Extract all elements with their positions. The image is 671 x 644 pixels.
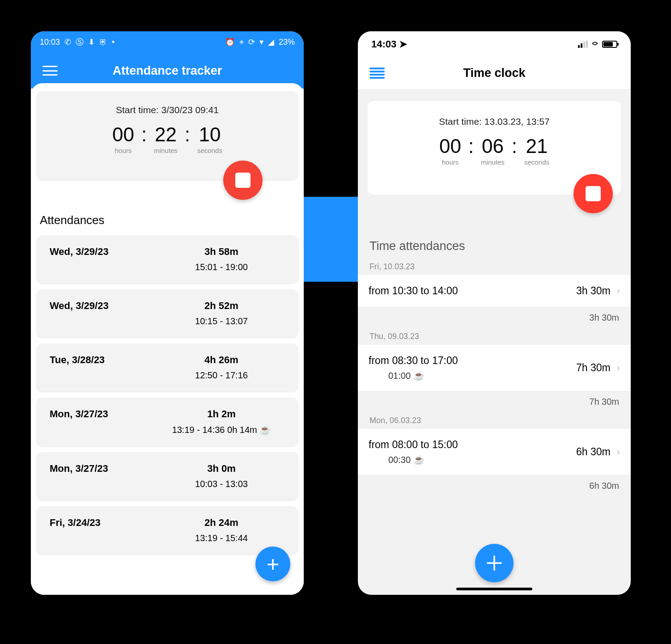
location-icon: ⌖ (239, 38, 244, 47)
menu-button[interactable] (369, 68, 385, 79)
android-status-bar: 10:03 ✆ Ⓢ ⬇ ⛨ • ⏰ ⌖ ⟳ ▾ ◢ 23% (31, 31, 304, 53)
ios-header: Time clock (358, 57, 631, 89)
attendance-range: from 08:30 to 17:00 (369, 355, 576, 367)
location-arrow-icon: ➤ (399, 38, 407, 50)
timer-seconds: 10 (199, 123, 221, 146)
attendance-date: Fri, 3/24/23 (50, 517, 158, 529)
attendance-date: Wed, 3/29/23 (50, 246, 158, 258)
dot-icon: • (112, 38, 115, 47)
stop-icon (586, 186, 601, 201)
timer-card: Start time: 3/30/23 09:41 00hours : 22mi… (36, 91, 298, 181)
group-date: Fri, 10.03.23 (358, 262, 631, 275)
add-button[interactable] (475, 544, 514, 582)
attendance-range: 13:19 - 14:36 0h 14m ☕ (172, 424, 271, 435)
attendance-duration: 2h 24m (204, 517, 238, 529)
attendance-section-title: Time attendances (369, 239, 619, 253)
attendance-range: 10:03 - 13:03 (195, 479, 248, 489)
status-time: 10:03 (40, 38, 60, 47)
attendance-duration: 3h 58m (204, 246, 238, 258)
attendance-list: Wed, 3/29/23 3h 58m15:01 - 19:00 Wed, 3/… (36, 235, 298, 554)
attendance-row[interactable]: from 08:30 to 17:00 01:00 ☕ 7h 30m › (358, 345, 631, 391)
group-subtotal: 3h 30m (358, 307, 631, 332)
attendance-range: 10:15 - 13:07 (195, 316, 248, 326)
stop-button[interactable] (573, 174, 613, 213)
app-title: Time clock (385, 66, 619, 80)
attendance-row[interactable]: from 08:00 to 15:00 00:30 ☕ 6h 30m › (358, 429, 631, 475)
alarm-icon: ⏰ (225, 37, 235, 47)
android-screen: 10:03 ✆ Ⓢ ⬇ ⛨ • ⏰ ⌖ ⟳ ▾ ◢ 23% Attendance… (31, 31, 304, 595)
add-button[interactable]: + (255, 547, 290, 581)
shield-icon: ⛨ (99, 38, 107, 47)
attendance-card[interactable]: Wed, 3/29/23 2h 52m10:15 - 13:07 (36, 289, 298, 337)
android-home-indicator (138, 590, 196, 592)
ios-home-indicator (456, 588, 532, 590)
attendance-range: from 10:30 to 14:00 (369, 285, 576, 297)
start-time-label: Start time: 13.03.23, 13:57 (381, 116, 607, 127)
menu-button[interactable] (42, 66, 58, 76)
wifi-icon: ⌔ (592, 39, 598, 50)
attendance-duration: 3h 30m (576, 285, 611, 297)
attendance-range: 15:01 - 19:00 (195, 262, 248, 272)
battery-text: 23% (279, 38, 295, 47)
group-date: Thu, 09.03.23 (358, 332, 631, 345)
start-time-label: Start time: 3/30/23 09:41 (50, 105, 285, 115)
attendance-date: Mon, 3/27/23 (50, 408, 158, 420)
timer-minutes: 06 (482, 135, 504, 157)
attendance-duration: 6h 30m (576, 446, 611, 458)
timer-hours: 00 (112, 123, 134, 146)
ios-status-bar: 14:03 ➤ ⌔ (358, 31, 631, 57)
attendance-card[interactable]: Wed, 3/29/23 3h 58m15:01 - 19:00 (36, 235, 298, 283)
attendance-row[interactable]: from 10:30 to 14:00 3h 30m › (358, 275, 631, 307)
battery-icon (602, 41, 617, 48)
signal-icon (578, 41, 588, 48)
attendance-duration: 7h 30m (576, 362, 611, 374)
attendance-break: 01:00 ☕ (369, 370, 576, 381)
chevron-right-icon: › (617, 285, 620, 297)
timer-minutes: 22 (155, 123, 177, 146)
attendance-card[interactable]: Mon, 3/27/23 3h 0m10:03 - 13:03 (36, 452, 298, 500)
attendance-duration: 4h 26m (204, 354, 238, 366)
group-subtotal: 6h 30m (358, 475, 631, 500)
timer-display: 00hours : 06minutes : 21seconds (381, 135, 607, 166)
wifi-icon: ▾ (259, 37, 263, 47)
notification-icon: ⬇ (88, 37, 95, 47)
status-time: 14:03 ➤ (371, 38, 407, 50)
attendance-duration: 2h 52m (204, 300, 238, 312)
attendance-date: Mon, 3/27/23 (50, 463, 158, 475)
attendance-date: Wed, 3/29/23 (50, 300, 158, 312)
attendance-date: Tue, 3/28/23 (50, 354, 158, 366)
attendance-duration: 1h 2m (207, 408, 236, 420)
app-title: Attendance tracker (58, 64, 292, 78)
plus-icon (484, 553, 504, 573)
attendance-card[interactable]: Tue, 3/28/23 4h 26m12:50 - 17:16 (36, 343, 298, 391)
attendance-range: 12:50 - 17:16 (195, 370, 248, 381)
attendance-card[interactable]: Mon, 3/27/23 1h 2m13:19 - 14:36 0h 14m ☕ (36, 398, 298, 446)
attendance-section-title: Attendances (40, 213, 295, 227)
stop-button[interactable] (223, 161, 263, 200)
timer-display: 00hours : 22minutes : 10seconds (50, 123, 285, 154)
chevron-right-icon: › (617, 446, 620, 458)
group-date: Mon, 06.03.23 (358, 416, 631, 429)
group-subtotal: 7h 30m (358, 391, 631, 416)
attendance-break: 00:30 ☕ (369, 454, 576, 465)
attendance-duration: 3h 0m (207, 463, 236, 475)
timer-hours: 00 (439, 135, 461, 157)
sync-icon: ⟳ (248, 37, 255, 47)
signal-icon: ◢ (268, 37, 274, 47)
plus-icon: + (267, 552, 279, 576)
skype-icon: Ⓢ (76, 37, 84, 47)
ios-screen: 14:03 ➤ ⌔ Time clock Start time: 13.03.2… (358, 31, 631, 595)
timer-seconds: 21 (526, 135, 548, 157)
attendance-range: 13:19 - 15:44 (195, 533, 248, 543)
attendance-range: from 08:00 to 15:00 (369, 439, 576, 451)
chevron-right-icon: › (617, 362, 620, 374)
whatsapp-icon: ✆ (64, 37, 71, 47)
attendance-card[interactable]: Fri, 3/24/23 2h 24m13:19 - 15:44 (36, 506, 298, 554)
stop-icon (235, 173, 251, 188)
